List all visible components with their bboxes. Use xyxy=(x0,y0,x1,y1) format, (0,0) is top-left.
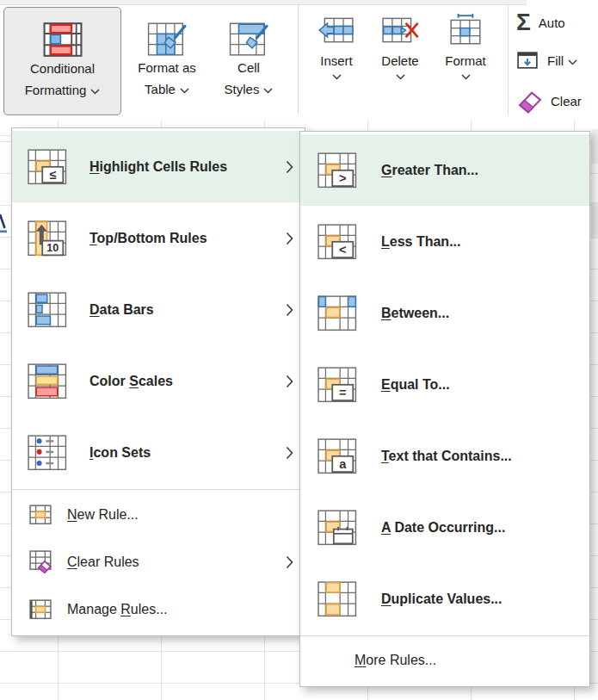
equal-to-icon: = xyxy=(317,367,369,403)
chevron-down-icon xyxy=(263,88,273,94)
conditional-formatting-label-line2: Formatting xyxy=(25,79,101,101)
menu-item-data-bars[interactable]: Data Bars xyxy=(12,274,305,345)
top-bottom-rules-icon: 10 xyxy=(28,220,79,257)
cell-styles-label-line1: Cell xyxy=(237,57,260,78)
format-as-table-button[interactable]: Format as Table xyxy=(126,7,208,100)
svg-text:>: > xyxy=(339,171,347,185)
submenu-item-label: Equal To... xyxy=(381,377,589,393)
text-that-contains-icon: a xyxy=(317,438,369,474)
conditional-formatting-label-line1: Conditional xyxy=(30,58,95,79)
menu-separator xyxy=(300,635,589,636)
ribbon-group-divider xyxy=(298,4,299,115)
menu-item-label: New Rule... xyxy=(67,507,274,523)
menu-item-label: Highlight Cells Rules xyxy=(89,159,274,175)
cell-styles-icon xyxy=(229,7,268,57)
delete-cells-icon xyxy=(381,9,419,52)
chevron-down-icon xyxy=(332,74,342,80)
highlight-cells-rules-submenu: > Greater Than... < Less Than... xyxy=(299,131,590,687)
menu-separator xyxy=(12,489,305,490)
menu-item-label: Manage Rules... xyxy=(67,602,274,617)
format-as-table-label-line2: Table xyxy=(145,78,189,100)
clipped-chart-fragment xyxy=(0,212,9,236)
greater-than-icon: > xyxy=(317,152,369,189)
sigma-icon: Σ xyxy=(516,10,531,34)
fill-button[interactable]: Fill xyxy=(516,50,598,71)
submenu-item-equal-to[interactable]: = Equal To... xyxy=(300,349,589,420)
excel-conditional-formatting-screen: Conditional Formatting xyxy=(0,0,598,700)
svg-text:≤: ≤ xyxy=(49,167,56,181)
date-occurring-icon xyxy=(317,510,369,546)
chevron-down-icon xyxy=(568,59,577,65)
submenu-item-label: Duplicate Values... xyxy=(381,592,589,607)
submenu-item-greater-than[interactable]: > Greater Than... xyxy=(300,134,589,206)
menu-item-icon-sets[interactable]: Icon Sets xyxy=(12,417,305,488)
svg-text:a: a xyxy=(339,457,347,471)
chevron-down-icon xyxy=(180,88,189,94)
highlight-cells-rules-icon: ≤ xyxy=(28,149,79,185)
manage-rules-icon xyxy=(29,599,59,620)
submenu-item-label: More Rules... xyxy=(354,653,436,668)
menu-item-manage-rules[interactable]: Manage Rules... xyxy=(12,585,305,633)
insert-cells-button[interactable]: Insert xyxy=(308,9,365,80)
menu-item-new-rule[interactable]: New Rule... xyxy=(12,491,305,538)
menu-item-label: Top/Bottom Rules xyxy=(89,231,274,246)
svg-text:<: < xyxy=(339,243,347,257)
cell-styles-label-line2: Styles xyxy=(225,78,274,100)
menu-item-label: Clear Rules xyxy=(67,554,274,570)
submenu-item-label: Less Than... xyxy=(381,234,589,250)
menu-item-top-bottom-rules[interactable]: 10 Top/Bottom Rules xyxy=(12,202,305,274)
menu-item-label: Color Scales xyxy=(89,374,274,389)
menu-item-label: Data Bars xyxy=(89,302,274,318)
clear-button[interactable]: Clear xyxy=(516,89,598,114)
data-bars-icon xyxy=(28,292,79,328)
insert-label: Insert xyxy=(320,52,353,71)
submenu-item-a-date-occurring[interactable]: A Date Occurring... xyxy=(300,492,589,563)
insert-cells-icon xyxy=(318,9,354,52)
svg-text:10: 10 xyxy=(46,242,59,254)
autosum-label: Auto xyxy=(539,15,565,30)
between-icon xyxy=(317,295,369,331)
fill-icon xyxy=(516,50,539,71)
menu-item-highlight-cells-rules[interactable]: ≤ Highlight Cells Rules xyxy=(12,131,305,202)
ribbon-top-band xyxy=(0,0,527,5)
menu-item-clear-rules[interactable]: Clear Rules xyxy=(12,538,305,585)
submenu-item-more-rules[interactable]: More Rules... xyxy=(300,637,589,684)
format-as-table-label-line1: Format as xyxy=(138,57,196,78)
delete-cells-button[interactable]: Delete xyxy=(372,9,428,80)
chevron-down-icon xyxy=(461,74,471,80)
submenu-item-text-that-contains[interactable]: a Text that Contains... xyxy=(300,420,589,492)
conditional-formatting-button[interactable]: Conditional Formatting xyxy=(3,7,121,115)
submenu-item-label: Greater Than... xyxy=(381,163,589,178)
menu-item-color-scales[interactable]: Color Scales xyxy=(12,345,305,417)
clear-rules-icon xyxy=(29,550,59,573)
clear-label: Clear xyxy=(551,94,582,108)
format-label: Format xyxy=(445,52,486,71)
fill-label: Fill xyxy=(547,53,577,68)
submenu-item-label: A Date Occurring... xyxy=(381,520,589,536)
autosum-button[interactable]: Σ Auto xyxy=(516,10,598,34)
submenu-item-label: Between... xyxy=(381,306,589,321)
eraser-icon xyxy=(516,89,543,114)
format-cells-button[interactable]: Format xyxy=(437,9,494,80)
less-than-icon: < xyxy=(317,224,369,260)
chevron-down-icon xyxy=(90,89,100,95)
worksheet-shaded-cell xyxy=(591,129,598,164)
submenu-item-between[interactable]: Between... xyxy=(300,277,589,349)
color-scales-icon xyxy=(28,363,79,400)
delete-label: Delete xyxy=(381,52,418,71)
conditional-formatting-menu: ≤ Highlight Cells Rules 10 Top/Bottom Ru… xyxy=(11,127,305,636)
conditional-formatting-icon xyxy=(43,8,83,58)
menu-item-label: Icon Sets xyxy=(89,445,274,461)
submenu-item-less-than[interactable]: < Less Than... xyxy=(300,206,589,277)
duplicate-values-icon xyxy=(317,581,369,617)
submenu-item-duplicate-values[interactable]: Duplicate Values... xyxy=(300,563,589,635)
worksheet-shaded-cell xyxy=(591,202,598,238)
chevron-down-icon xyxy=(396,74,405,80)
new-rule-icon xyxy=(29,505,59,525)
submenu-item-label: Text that Contains... xyxy=(381,449,589,464)
cell-styles-button[interactable]: Cell Styles xyxy=(212,7,286,100)
format-as-table-icon xyxy=(147,7,187,57)
icon-sets-icon xyxy=(28,435,79,471)
ribbon-styles-group: Conditional Formatting xyxy=(0,0,598,121)
svg-text:=: = xyxy=(339,386,347,400)
